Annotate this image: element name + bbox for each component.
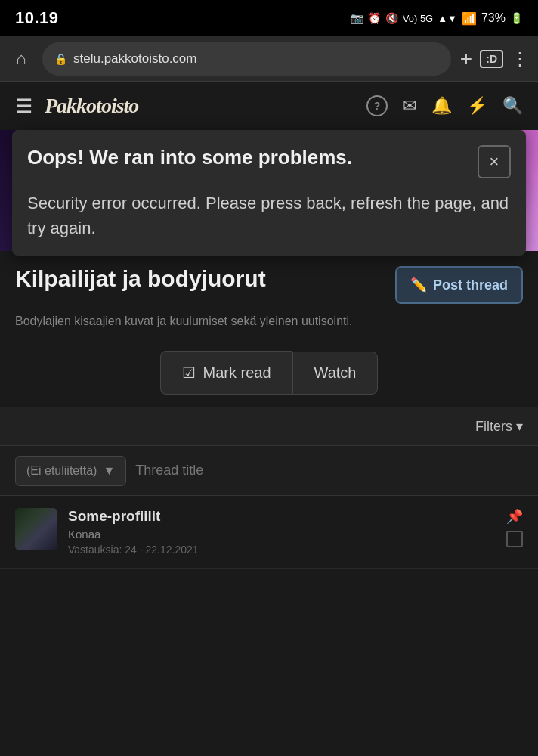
prefix-dropdown[interactable]: (Ei etuliitettä) ▼ (15, 456, 126, 486)
lightning-icon[interactable]: ⚡ (467, 96, 487, 116)
error-modal: Oops! We ran into some problems. × Secur… (12, 130, 526, 256)
forum-description: Bodylajien kisaajien kuvat ja kuulumiset… (0, 313, 538, 342)
error-close-button[interactable]: × (478, 145, 511, 178)
check-icon: ☑ (182, 364, 196, 382)
prefix-label: (Ei etuliitettä) (26, 464, 97, 478)
thread-input-row: (Ei etuliitettä) ▼ (0, 446, 538, 496)
header-right: ? ✉ 🔔 ⚡ 🔍 (366, 95, 523, 116)
thread-actions: 📌 (506, 508, 523, 547)
status-icons: 📷 ⏰ 🔇 Vo) 5G ▲▼ 📶 73% 🔋 (351, 11, 523, 26)
error-title: Oops! We ran into some problems. (27, 145, 478, 171)
avatar-image (15, 508, 57, 550)
avatar (15, 508, 57, 550)
thread-checkbox[interactable] (506, 531, 523, 547)
pin-icon: 📌 (506, 508, 523, 525)
forum-title: Kilpailijat ja bodyjuorut (15, 266, 395, 292)
mail-icon[interactable]: ✉ (403, 96, 416, 116)
status-bar: 10.19 📷 ⏰ 🔇 Vo) 5G ▲▼ 📶 73% 🔋 (0, 0, 538, 36)
watch-button[interactable]: Watch (292, 352, 379, 395)
mute-icon: 🔇 (385, 12, 398, 24)
mark-read-button[interactable]: ☑ Mark read (160, 351, 292, 395)
post-thread-label: Post thread (433, 277, 508, 293)
filters-label: Filters ▾ (475, 418, 523, 435)
thread-list: Some-profiilit Konaa Vastauksia: 24 · 22… (0, 496, 538, 569)
thread-title-text[interactable]: Some-profiilit (68, 508, 496, 525)
alarm-icon: ⏰ (368, 12, 381, 24)
network-icon: ▲▼ (438, 13, 457, 24)
logo-text: Pakkotoisto (45, 94, 138, 117)
wifi-bars-icon: 📶 (462, 11, 477, 26)
signal-text: Vo) 5G (403, 13, 433, 24)
mark-read-label: Mark read (203, 364, 271, 382)
notification-bell-icon[interactable]: 🔔 (431, 96, 452, 116)
browser-actions: + :D ⋮ (460, 47, 529, 71)
search-icon[interactable]: 🔍 (502, 96, 523, 116)
thread-content: Some-profiilit Konaa Vastauksia: 24 · 22… (68, 508, 496, 556)
filters-button[interactable]: Filters ▾ (475, 418, 523, 435)
thread-meta: Vastauksia: 24 · 22.12.2021 (68, 544, 496, 556)
lock-icon: 🔒 (54, 53, 67, 65)
help-button[interactable]: ? (366, 95, 388, 116)
edit-icon: ✏️ (410, 277, 427, 293)
thread-title-input[interactable] (135, 455, 523, 486)
browser-menu-button[interactable]: ⋮ (511, 48, 529, 70)
header-left: ☰ Pakkotoisto (15, 94, 138, 118)
error-header: Oops! We ran into some problems. × (27, 145, 511, 178)
filters-row: Filters ▾ (0, 407, 538, 446)
site-logo: Pakkotoisto (45, 94, 138, 118)
status-time: 10.19 (15, 8, 59, 28)
battery-icon: 🔋 (510, 12, 523, 24)
hamburger-menu-button[interactable]: ☰ (15, 94, 32, 118)
chevron-down-icon: ▼ (103, 464, 115, 478)
action-buttons-row: ☑ Mark read Watch (0, 342, 538, 407)
forum-title-section: Kilpailijat ja bodyjuorut ✏️ Post thread (0, 251, 538, 313)
url-text: stelu.pakkotoisto.com (73, 51, 196, 67)
battery-indicator: 73% (481, 11, 506, 25)
help-label: ? (374, 100, 381, 112)
tab-switcher-button[interactable]: :D (480, 50, 503, 68)
browser-bar: ⌂ 🔒 stelu.pakkotoisto.com + :D ⋮ (0, 36, 538, 82)
url-bar[interactable]: 🔒 stelu.pakkotoisto.com (42, 42, 451, 76)
description-text: Bodylajien kisaajien kuvat ja kuulumiset… (15, 314, 352, 327)
add-tab-button[interactable]: + (460, 47, 472, 71)
thread-author: Konaa (68, 528, 496, 541)
site-header: ☰ Pakkotoisto ? ✉ 🔔 ⚡ 🔍 (0, 82, 538, 130)
post-thread-button[interactable]: ✏️ Post thread (395, 266, 523, 304)
watch-label: Watch (314, 364, 357, 382)
home-button[interactable]: ⌂ (9, 47, 33, 71)
table-row: Some-profiilit Konaa Vastauksia: 24 · 22… (0, 496, 538, 569)
close-icon: × (490, 152, 499, 172)
error-message: Security error occurred. Please press ba… (27, 191, 511, 240)
camera-icon: 📷 (351, 12, 363, 24)
